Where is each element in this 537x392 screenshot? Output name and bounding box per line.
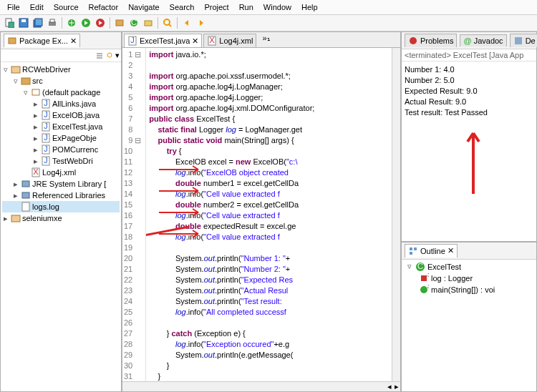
outline-class[interactable]: ▿CExcelTest xyxy=(403,261,535,273)
more-tabs-icon[interactable]: »₁ xyxy=(262,34,269,47)
java-icon: J xyxy=(41,122,51,132)
svg-text:X: X xyxy=(33,167,39,176)
editor-tabs: J ExcelTest.java ✕ X Log4j.xml »₁ xyxy=(122,32,400,48)
package-explorer-tab[interactable]: Package Ex... ✕ xyxy=(4,34,80,47)
overview-ruler[interactable] xyxy=(392,48,400,381)
print-button[interactable] xyxy=(46,16,59,29)
menu-navigate[interactable]: Navigate xyxy=(124,1,163,13)
project-tree[interactable]: ▿RCWebDriver ▿src ▿(default package ▸JAl… xyxy=(1,62,121,391)
jre-library[interactable]: ▸JRE System Library [ xyxy=(2,178,120,190)
collapse-all-button[interactable] xyxy=(95,51,104,60)
svg-point-42 xyxy=(410,37,417,44)
menu-edit[interactable]: Edit xyxy=(26,1,48,13)
editor-body[interactable]: 1⊟23456789⊟10111213141516171819202122232… xyxy=(122,48,400,381)
save-button[interactable] xyxy=(17,16,30,29)
svg-rect-49 xyxy=(421,275,427,281)
svg-rect-36 xyxy=(22,202,29,211)
new-class-button[interactable]: C xyxy=(127,16,140,29)
package-explorer-label: Package Ex... xyxy=(19,36,68,45)
menu-search[interactable]: Search xyxy=(165,1,199,13)
close-icon[interactable]: ✕ xyxy=(192,36,198,46)
menu-source[interactable]: Source xyxy=(49,1,83,13)
close-icon[interactable]: ✕ xyxy=(448,246,454,255)
nav-back-button[interactable] xyxy=(180,16,193,29)
svg-text:J: J xyxy=(44,122,48,130)
console-output[interactable]: Number 1: 4.0 Number 2: 5.0 Expected Res… xyxy=(402,62,536,241)
workspace: Package Ex... ✕ ▾ ▿RCWebDriver ▿src ▿(de… xyxy=(0,31,537,392)
java-file[interactable]: ▸JExcelOB.java xyxy=(2,109,120,121)
save-all-button[interactable] xyxy=(32,16,44,29)
xml-file[interactable]: XLog4j.xml xyxy=(2,167,120,178)
menu-help[interactable]: Help xyxy=(297,1,322,13)
java-icon: J xyxy=(41,156,51,166)
java-file[interactable]: ▸JTestWebDri xyxy=(2,155,120,167)
view-menu-button[interactable]: ▾ xyxy=(115,51,120,60)
java-icon: J xyxy=(41,144,51,155)
svg-text:X: X xyxy=(210,36,216,44)
file-icon xyxy=(21,202,31,212)
outline-field[interactable]: SFlog : Logger xyxy=(403,273,535,284)
search-button[interactable] xyxy=(161,16,174,29)
svg-rect-5 xyxy=(35,19,42,26)
java-file[interactable]: ▸JExcelTest.java xyxy=(2,121,120,132)
src-icon xyxy=(21,76,31,86)
menu-file[interactable]: File xyxy=(3,1,24,13)
console-line: Number 2: 5.0 xyxy=(405,75,533,86)
new-button[interactable] xyxy=(3,16,16,29)
svg-text:J: J xyxy=(44,133,48,142)
package-explorer-panel: Package Ex... ✕ ▾ ▿RCWebDriver ▿src ▿(de… xyxy=(0,31,122,392)
xml-icon: X xyxy=(207,36,217,46)
outline-tab[interactable]: Outline ✕ xyxy=(405,244,458,258)
editor-tab-exceltest[interactable]: J ExcelTest.java ✕ xyxy=(124,34,202,47)
src-folder[interactable]: ▿src xyxy=(2,75,120,87)
svg-text:J: J xyxy=(44,144,48,153)
svg-text:J: J xyxy=(44,156,48,165)
ref-libraries[interactable]: ▸Referenced Libraries xyxy=(2,190,120,201)
right-column: Problems @Javadoc De <terminated> ExcelT… xyxy=(401,31,537,392)
problems-tab[interactable]: Problems xyxy=(405,34,457,47)
open-type-button[interactable] xyxy=(142,16,155,29)
java-file[interactable]: ▸JExPageObje xyxy=(2,132,120,144)
project-node[interactable]: ▿RCWebDriver xyxy=(2,64,120,75)
horizontal-scrollbar[interactable]: ◂▸ xyxy=(122,381,400,391)
svg-rect-1 xyxy=(9,22,14,28)
project-icon xyxy=(11,213,21,223)
nav-fwd-button[interactable] xyxy=(195,16,208,29)
svg-rect-18 xyxy=(21,78,30,84)
outline-method[interactable]: Smain(String[]) : voi xyxy=(403,284,535,295)
link-editor-button[interactable] xyxy=(105,51,114,60)
menu-window[interactable]: Window xyxy=(259,1,296,13)
svg-rect-43 xyxy=(515,37,522,44)
menu-refactor[interactable]: Refactor xyxy=(84,1,123,13)
svg-text:J: J xyxy=(44,110,48,119)
javadoc-tab[interactable]: @Javadoc xyxy=(460,34,506,46)
menu-run[interactable]: Run xyxy=(235,1,258,13)
console-panel: Problems @Javadoc De <terminated> ExcelT… xyxy=(401,31,537,242)
editor-panel: J ExcelTest.java ✕ X Log4j.xml »₁ 1⊟2345… xyxy=(122,31,401,392)
java-file[interactable]: ▸JAllLinks.java xyxy=(2,98,120,109)
editor-tab-log4j[interactable]: X Log4j.xml xyxy=(203,34,256,47)
project-node[interactable]: ▸seleniumxe xyxy=(2,212,120,224)
run-ext-button[interactable] xyxy=(94,16,107,29)
svg-rect-14 xyxy=(145,21,152,26)
debug-button[interactable] xyxy=(65,16,78,29)
java-icon: J xyxy=(41,110,51,120)
svg-text:C: C xyxy=(417,262,423,270)
default-package[interactable]: ▿(default package xyxy=(2,87,120,98)
svg-rect-3 xyxy=(21,19,26,22)
outline-tree[interactable]: ▿CExcelTest SFlog : Logger Smain(String[… xyxy=(402,260,536,391)
new-package-button[interactable] xyxy=(113,16,126,29)
outline-icon xyxy=(408,246,418,256)
java-icon: J xyxy=(127,36,137,46)
declaration-tab[interactable]: De xyxy=(510,34,537,47)
menu-project[interactable]: Project xyxy=(200,1,233,13)
run-button[interactable] xyxy=(79,16,92,29)
console-status: <terminated> ExcelTest [Java App xyxy=(402,49,536,62)
code-area[interactable]: import java.io.*; import org.apache.poi.… xyxy=(146,48,392,381)
logs-file[interactable]: logs.log xyxy=(2,201,120,212)
outline-panel: Outline ✕ ▿CExcelTest SFlog : Logger Sma… xyxy=(401,242,537,392)
line-gutter: 1⊟23456789⊟10111213141516171819202122232… xyxy=(122,48,146,381)
close-icon[interactable]: ✕ xyxy=(70,36,77,46)
svg-rect-16 xyxy=(9,38,16,44)
java-file[interactable]: ▸JPOMCurrenc xyxy=(2,144,120,155)
